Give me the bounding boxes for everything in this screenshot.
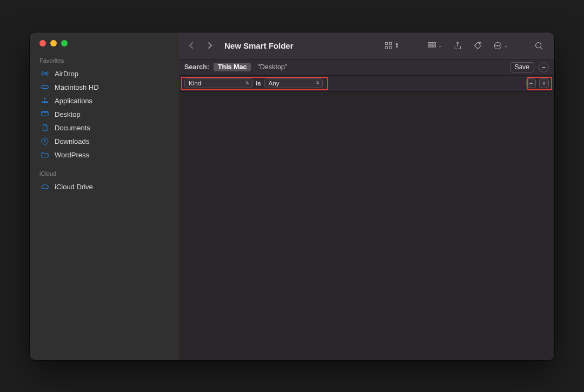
criteria-value-dropdown[interactable]: Any ⇅ [264, 78, 323, 88]
cloud-icon [41, 182, 49, 191]
hdd-icon [41, 83, 49, 91]
svg-rect-13 [434, 42, 435, 44]
chevron-down-icon: ⌄ [438, 43, 442, 48]
svg-rect-8 [389, 46, 391, 49]
airdrop-icon [41, 69, 49, 78]
scope-desktop[interactable]: "Desktop" [255, 63, 289, 71]
sidebar-item-label: Applications [55, 97, 92, 105]
updown-icon: ⇅ [316, 81, 320, 85]
sidebar-item-label: AirDrop [55, 70, 78, 78]
remove-search-button[interactable]: − [539, 62, 549, 72]
sidebar-item-desktop[interactable]: Desktop [37, 108, 174, 121]
updown-icon: ▲▼ [395, 42, 399, 49]
remove-criteria-button[interactable]: − [526, 78, 536, 88]
view-icons-button[interactable]: ▲▼ [381, 38, 402, 52]
results-area [179, 92, 554, 360]
svg-point-19 [499, 45, 500, 45]
svg-rect-7 [386, 46, 388, 49]
criteria-row: Kind ⇅ is Any ⇅ − + [179, 76, 554, 92]
updown-icon: ⇅ [245, 81, 249, 85]
criteria-value: Any [269, 80, 280, 87]
criteria-operator-label: is [256, 80, 261, 87]
desktop-icon [41, 110, 49, 118]
svg-point-15 [479, 43, 480, 44]
apps-icon [41, 96, 49, 105]
criteria-attribute-value: Kind [189, 80, 201, 87]
search-button[interactable] [531, 38, 547, 52]
svg-point-18 [497, 45, 498, 45]
sidebar-section-favorites: Favorites [37, 56, 174, 67]
sidebar-item-label: Desktop [55, 110, 81, 118]
sidebar: Favorites AirDrop Macintosh HD Applicati… [30, 32, 179, 360]
sidebar-item-label: WordPress [55, 151, 89, 159]
scope-this-mac[interactable]: This Mac [214, 63, 251, 71]
svg-rect-5 [386, 42, 388, 44]
back-button[interactable] [184, 38, 198, 52]
svg-rect-3 [42, 111, 48, 116]
sidebar-item-downloads[interactable]: Downloads [37, 135, 174, 148]
tag-button[interactable] [470, 38, 486, 52]
window-title: New Smart Folder [224, 41, 294, 50]
action-button[interactable]: ⌄ [490, 38, 512, 52]
svg-rect-12 [431, 45, 433, 46]
sidebar-item-documents[interactable]: Documents [37, 121, 174, 135]
svg-rect-6 [389, 42, 391, 44]
search-scope-bar: Search: This Mac "Desktop" Save − [179, 59, 554, 76]
svg-rect-10 [428, 45, 430, 46]
sidebar-item-applications[interactable]: Applications [37, 94, 174, 108]
sidebar-item-label: Downloads [55, 137, 89, 145]
sidebar-item-label: Documents [55, 124, 90, 132]
svg-rect-9 [428, 42, 430, 44]
svg-rect-11 [431, 42, 433, 44]
downloads-icon [41, 137, 49, 145]
svg-point-17 [496, 45, 496, 45]
finder-window: Favorites AirDrop Macintosh HD Applicati… [30, 32, 554, 360]
sidebar-item-label: iCloud Drive [55, 183, 93, 191]
sidebar-section-icloud: iCloud [37, 169, 174, 180]
doc-icon [41, 123, 49, 132]
add-criteria-button[interactable]: + [539, 78, 549, 88]
svg-point-2 [43, 87, 43, 87]
search-label: Search: [184, 63, 209, 71]
close-window-button[interactable] [39, 40, 46, 46]
svg-point-20 [536, 42, 541, 48]
toolbar: New Smart Folder ▲▼ ⌄ ⌄ [179, 32, 554, 59]
sidebar-item-macintosh-hd[interactable]: Macintosh HD [37, 81, 174, 94]
sidebar-item-label: Macintosh HD [55, 83, 99, 91]
minimize-window-button[interactable] [50, 40, 57, 46]
forward-button[interactable] [203, 38, 217, 52]
save-button[interactable]: Save [510, 62, 534, 72]
sidebar-item-icloud-drive[interactable]: iCloud Drive [37, 180, 174, 194]
traffic-lights [37, 39, 174, 56]
svg-point-0 [44, 72, 46, 75]
svg-rect-14 [434, 45, 435, 46]
folder-icon [41, 150, 49, 159]
share-button[interactable] [450, 38, 466, 52]
chevron-down-icon: ⌄ [504, 43, 508, 48]
maximize-window-button[interactable] [61, 40, 68, 46]
criteria-attribute-dropdown[interactable]: Kind ⇅ [184, 78, 253, 88]
sidebar-item-wordpress[interactable]: WordPress [37, 148, 174, 162]
sidebar-item-airdrop[interactable]: AirDrop [37, 67, 174, 81]
group-button[interactable]: ⌄ [424, 38, 446, 52]
main-panel: New Smart Folder ▲▼ ⌄ ⌄ [179, 32, 554, 360]
